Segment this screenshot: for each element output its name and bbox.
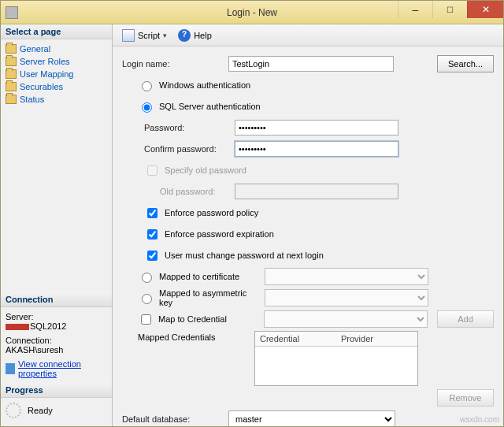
nav-securables[interactable]: Securables <box>4 80 109 93</box>
credential-column[interactable]: Credential <box>255 332 336 346</box>
nav-general[interactable]: General <box>4 43 109 55</box>
redacted-icon <box>6 324 29 330</box>
map-to-credential-checkbox[interactable]: Map to Credential Add <box>122 310 494 329</box>
watermark: wsxdn.com <box>460 415 499 424</box>
provider-column[interactable]: Provider <box>336 332 417 346</box>
mapped-credentials-grid[interactable]: Credential Provider <box>254 331 418 386</box>
view-connection-properties-link[interactable]: View connection properties <box>6 359 107 378</box>
enforce-policy-checkbox[interactable]: Enforce password policy <box>122 203 494 222</box>
progress-header: Progress <box>1 383 112 398</box>
default-db-select[interactable]: master <box>228 410 395 426</box>
nav-user-mapping[interactable]: User Mapping <box>4 68 109 80</box>
server-label: Server: <box>6 312 107 321</box>
sql-auth-radio[interactable]: SQL Server authentication <box>122 97 494 116</box>
select-page-header: Select a page <box>1 24 112 39</box>
progress-row: Ready <box>1 398 112 426</box>
titlebar[interactable]: Login - New <box>1 1 503 24</box>
chevron-down-icon: ▾ <box>163 32 167 39</box>
page-nav-list: General Server Roles User Mapping Secura… <box>1 39 112 109</box>
default-db-label: Default database: <box>122 414 228 424</box>
mapped-asym-radio[interactable]: Mapped to asymmetric key <box>122 288 494 307</box>
help-icon: ? <box>178 29 191 42</box>
mapped-cert-radio[interactable]: Mapped to certificate <box>122 267 494 286</box>
toolbar: Script▾ ?Help <box>113 24 503 46</box>
nav-status[interactable]: Status <box>4 93 109 106</box>
connection-header: Connection <box>1 292 112 307</box>
login-new-window: Login - New Select a page General Server… <box>0 0 504 427</box>
server-value: SQL2012 <box>6 321 107 331</box>
enforce-expiration-checkbox[interactable]: Enforce password expiration <box>122 225 494 243</box>
mapped-cert-select <box>265 268 428 285</box>
folder-icon <box>6 95 17 104</box>
folder-icon <box>6 82 17 91</box>
help-button[interactable]: ?Help <box>175 28 215 43</box>
connection-value: AKASH\suresh <box>6 345 107 355</box>
login-name-input[interactable] <box>228 56 394 72</box>
nav-server-roles[interactable]: Server Roles <box>4 55 109 68</box>
folder-icon <box>6 57 17 66</box>
old-password-input <box>235 184 398 199</box>
spinner-icon <box>6 403 21 418</box>
old-password-label: Old password: <box>160 187 235 196</box>
script-icon <box>122 29 135 42</box>
progress-status: Ready <box>28 406 53 415</box>
remove-button: Remove <box>437 389 494 407</box>
windows-auth-radio[interactable]: Windows authentication <box>122 76 494 95</box>
map-to-credential-select <box>264 310 428 328</box>
add-button: Add <box>437 310 494 328</box>
script-button[interactable]: Script▾ <box>119 28 170 43</box>
maximize-button[interactable] <box>432 1 467 18</box>
mapped-asym-select <box>265 289 428 306</box>
login-name-label: Login name: <box>122 59 228 69</box>
specify-old-password-checkbox[interactable]: Specify old password <box>122 161 494 180</box>
minimize-button[interactable] <box>398 1 432 18</box>
form-area: Login name: Search... Windows authentica… <box>113 46 503 426</box>
confirm-password-label: Confirm password: <box>144 144 235 154</box>
mapped-credentials-label: Mapped Credentials <box>138 331 254 342</box>
app-icon <box>6 6 18 19</box>
folder-icon <box>6 44 17 54</box>
connection-label: Connection: <box>6 336 107 345</box>
left-panel: Select a page General Server Roles User … <box>1 24 113 426</box>
right-panel: Script▾ ?Help Login name: Search... Wind… <box>113 24 503 426</box>
password-input[interactable] <box>235 120 398 136</box>
connection-info: Server: SQL2012 Connection: AKASH\suresh… <box>1 307 112 383</box>
folder-icon <box>6 69 17 79</box>
must-change-checkbox[interactable]: User must change password at next login <box>122 246 494 265</box>
properties-icon <box>6 363 15 374</box>
close-button[interactable] <box>467 1 503 18</box>
confirm-password-input[interactable] <box>235 141 398 157</box>
window-title: Login - New <box>227 7 277 18</box>
password-label: Password: <box>144 123 235 132</box>
search-button[interactable]: Search... <box>437 55 494 72</box>
